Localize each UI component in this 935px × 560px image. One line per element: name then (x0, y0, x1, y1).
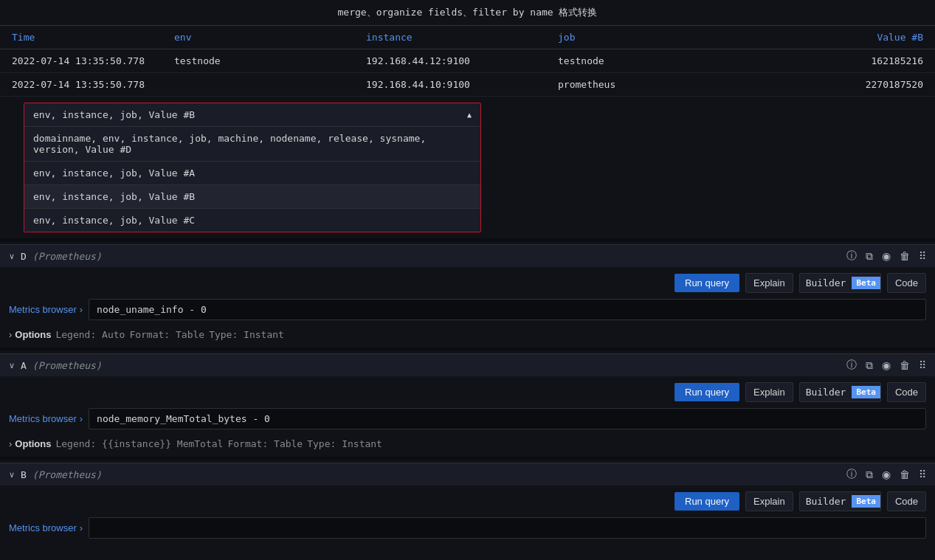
panel-D-options-label: Options (15, 329, 51, 340)
panel-D-datasource: (Prometheus) (32, 251, 102, 262)
dropdown-options-list: domainname, env, instance, job, machine,… (24, 127, 480, 232)
panel-B-metrics-browser-arrow: › (80, 522, 83, 533)
panel-D-builder-beta-button[interactable]: Builder Beta (799, 273, 881, 293)
dropdown-option-3[interactable]: env, instance, job, Value #C (24, 209, 480, 232)
banner-text: merge、organize fields、filter by name 格式转… (338, 7, 598, 18)
field-selector-dropdown[interactable]: env, instance, job, Value #B ▲ domainnam… (24, 103, 481, 232)
panel-A-metrics-browser-label: Metrics browser (9, 413, 77, 424)
collapse-panel-D-button[interactable]: ∨ (9, 252, 15, 261)
panel-A-options-button[interactable]: › Options (9, 438, 51, 449)
panel-B-input-row: Metrics browser › (0, 517, 935, 545)
panel-B-builder-beta-button[interactable]: Builder Beta (799, 491, 881, 511)
panel-D-actions: ⓘ ⧉ ◉ 🗑 ⠿ (846, 249, 926, 263)
collapse-panel-B-button[interactable]: ∨ (9, 470, 15, 480)
table-header-value[interactable]: Value #B (750, 32, 923, 43)
panel-A-drag-button[interactable]: ⠿ (919, 359, 926, 371)
panel-B-explain-button[interactable]: Explain (745, 491, 793, 511)
panel-B-datasource: (Prometheus) (32, 469, 102, 480)
expand-icon-A: › (9, 438, 12, 449)
panel-B-copy-button[interactable]: ⧉ (866, 469, 873, 481)
collapse-panel-A-button[interactable]: ∨ (9, 361, 15, 370)
query-panel-A: ∨ A (Prometheus) ⓘ ⧉ ◉ 🗑 ⠿ Run query Exp… (0, 353, 935, 457)
dropdown-option-2[interactable]: env, instance, job, Value #B (24, 185, 480, 209)
panel-A-copy-button[interactable]: ⧉ (866, 359, 873, 372)
panel-A-header: ∨ A (Prometheus) ⓘ ⧉ ◉ 🗑 ⠿ (0, 354, 935, 376)
panel-D-format: Format: Table (129, 329, 204, 340)
dropdown-option-0[interactable]: domainname, env, instance, job, machine,… (24, 127, 480, 162)
panel-D-code-button[interactable]: Code (887, 273, 926, 293)
panel-B-header: ∨ B (Prometheus) ⓘ ⧉ ◉ 🗑 ⠿ (0, 463, 935, 485)
panel-D-type: Type: Instant (209, 329, 284, 340)
panel-A-builder-beta-button[interactable]: Builder Beta (799, 382, 881, 402)
expand-icon: › (9, 329, 12, 340)
cell-env-0: testnode (174, 55, 366, 66)
panel-divider-2 (0, 348, 935, 350)
panel-D-explain-button[interactable]: Explain (745, 273, 793, 293)
table-header-time[interactable]: Time (12, 32, 174, 43)
chevron-up-icon: ▲ (467, 111, 472, 119)
panel-A-type: Type: Instant (307, 438, 382, 449)
panel-A-letter: A (21, 360, 27, 371)
cell-value-0: 162185216 (750, 55, 923, 66)
table-header-job[interactable]: job (558, 32, 750, 43)
panel-A-run-query-button[interactable]: Run query (674, 383, 739, 401)
panel-D-metrics-browser-button[interactable]: Metrics browser › (9, 304, 89, 315)
cell-time-0: 2022-07-14 13:35:50.778 (12, 55, 174, 66)
panel-A-code-button[interactable]: Code (887, 382, 926, 402)
panel-A-left: ∨ A (Prometheus) (9, 360, 102, 371)
panel-A-trash-button[interactable]: 🗑 (900, 359, 910, 371)
cell-job-0: testnode (558, 55, 750, 66)
panel-D-beta-badge: Beta (852, 277, 880, 289)
panel-D-query-input[interactable] (89, 299, 926, 320)
dropdown-selected-item[interactable]: env, instance, job, Value #B ▲ (24, 103, 480, 127)
panel-A-metrics-browser-button[interactable]: Metrics browser › (9, 413, 89, 424)
panel-A-actions: ⓘ ⧉ ◉ 🗑 ⠿ (846, 359, 926, 372)
panel-A-explain-button[interactable]: Explain (745, 382, 793, 402)
panel-A-input-row: Metrics browser › (0, 408, 935, 435)
panel-D-letter: D (21, 251, 27, 262)
dropdown-option-1[interactable]: env, instance, job, Value #A (24, 162, 480, 185)
panel-B-drag-button[interactable]: ⠿ (919, 469, 926, 480)
cell-time-1: 2022-07-14 13:35:50.778 (12, 79, 174, 90)
panel-A-builder-label: Builder (800, 383, 852, 401)
table-header-instance[interactable]: instance (366, 32, 558, 43)
panel-B-info-button[interactable]: ⓘ (846, 468, 857, 481)
data-table: Time env instance job Value #B 2022-07-1… (0, 26, 935, 97)
panel-B-left: ∨ B (Prometheus) (9, 469, 102, 480)
panel-D-drag-button[interactable]: ⠿ (919, 250, 926, 262)
panel-B-actions: ⓘ ⧉ ◉ 🗑 ⠿ (846, 468, 926, 481)
panel-D-metrics-browser-arrow: › (80, 304, 83, 315)
cell-instance-0: 192.168.44.12:9100 (366, 55, 558, 66)
panel-A-query-input[interactable] (89, 408, 926, 429)
panel-D-left: ∨ D (Prometheus) (9, 251, 102, 262)
panel-D-trash-button[interactable]: 🗑 (900, 250, 910, 262)
panel-D-input-row: Metrics browser › (0, 299, 935, 326)
panel-A-info-button[interactable]: ⓘ (846, 359, 857, 372)
panel-A-metrics-browser-arrow: › (80, 413, 83, 424)
panel-B-code-button[interactable]: Code (887, 491, 926, 511)
panel-A-query-row: Run query Explain Builder Beta Code (0, 376, 935, 408)
panel-B-metrics-browser-button[interactable]: Metrics browser › (9, 522, 89, 533)
table-header-row: Time env instance job Value #B (0, 26, 935, 49)
table-row: 2022-07-14 13:35:50.778 192.168.44.10:91… (0, 73, 935, 97)
panel-D-header: ∨ D (Prometheus) ⓘ ⧉ ◉ 🗑 ⠿ (0, 245, 935, 267)
panel-B-builder-label: Builder (800, 492, 852, 511)
panel-B-query-input[interactable] (89, 517, 926, 539)
query-panel-D: ∨ D (Prometheus) ⓘ ⧉ ◉ 🗑 ⠿ Run query Exp… (0, 244, 935, 348)
panel-divider-3 (0, 457, 935, 460)
cell-value-1: 2270187520 (750, 79, 923, 90)
panel-B-letter: B (21, 469, 27, 480)
top-banner: merge、organize fields、filter by name 格式转… (0, 0, 935, 26)
table-header-env[interactable]: env (174, 32, 366, 43)
panel-D-eye-button[interactable]: ◉ (882, 250, 891, 262)
panel-B-eye-button[interactable]: ◉ (882, 469, 891, 480)
panel-A-eye-button[interactable]: ◉ (882, 359, 891, 371)
panel-D-run-query-button[interactable]: Run query (674, 274, 739, 292)
panel-D-info-button[interactable]: ⓘ (846, 249, 857, 263)
panel-B-run-query-button[interactable]: Run query (674, 492, 739, 511)
panel-D-options-button[interactable]: › Options (9, 329, 51, 340)
panel-B-trash-button[interactable]: 🗑 (900, 469, 910, 480)
query-panel-B: ∨ B (Prometheus) ⓘ ⧉ ◉ 🗑 ⠿ Run query Exp… (0, 463, 935, 545)
panel-B-query-row: Run query Explain Builder Beta Code (0, 485, 935, 517)
panel-D-copy-button[interactable]: ⧉ (866, 250, 873, 263)
